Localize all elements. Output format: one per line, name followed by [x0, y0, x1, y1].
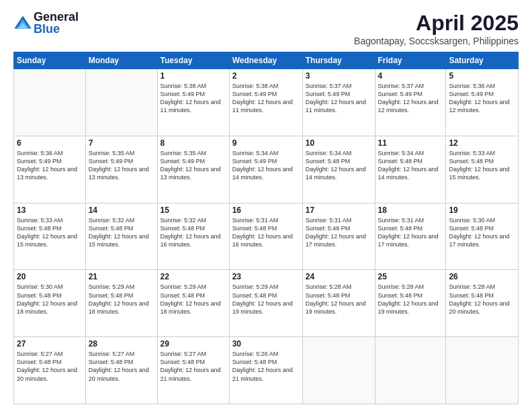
calendar-cell: 22Sunrise: 5:29 AM Sunset: 5:48 PM Dayli… — [157, 270, 229, 337]
day-info: Sunrise: 5:38 AM Sunset: 5:49 PM Dayligh… — [232, 82, 300, 115]
col-thursday: Thursday — [302, 52, 375, 69]
location-subtitle: Bagontapay, Soccsksargen, Philippines — [354, 36, 519, 46]
calendar-cell — [14, 69, 86, 136]
calendar-header: Sunday Monday Tuesday Wednesday Thursday… — [14, 52, 519, 69]
title-section: April 2025 Bagontapay, Soccsksargen, Phi… — [354, 11, 519, 46]
day-info: Sunrise: 5:35 AM Sunset: 5:49 PM Dayligh… — [161, 149, 226, 182]
day-number: 23 — [232, 272, 300, 281]
calendar-cell: 18Sunrise: 5:31 AM Sunset: 5:48 PM Dayli… — [375, 203, 446, 270]
day-number: 11 — [378, 138, 443, 148]
day-number: 8 — [161, 138, 226, 148]
logo-general: General — [34, 11, 79, 23]
day-number: 26 — [449, 272, 515, 281]
day-number: 13 — [17, 205, 83, 215]
calendar-table: Sunday Monday Tuesday Wednesday Thursday… — [13, 52, 519, 404]
month-title: April 2025 — [354, 11, 519, 36]
day-number: 7 — [89, 138, 154, 148]
calendar-cell: 29Sunrise: 5:27 AM Sunset: 5:48 PM Dayli… — [157, 337, 229, 404]
day-info: Sunrise: 5:35 AM Sunset: 5:49 PM Dayligh… — [89, 149, 154, 182]
calendar-cell: 9Sunrise: 5:34 AM Sunset: 5:49 PM Daylig… — [229, 136, 302, 203]
calendar-cell: 1Sunrise: 5:38 AM Sunset: 5:49 PM Daylig… — [157, 69, 229, 136]
day-info: Sunrise: 5:29 AM Sunset: 5:48 PM Dayligh… — [89, 283, 154, 316]
day-info: Sunrise: 5:29 AM Sunset: 5:48 PM Dayligh… — [232, 283, 300, 316]
calendar-cell: 26Sunrise: 5:28 AM Sunset: 5:48 PM Dayli… — [446, 270, 519, 337]
calendar-cell: 25Sunrise: 5:28 AM Sunset: 5:48 PM Dayli… — [375, 270, 446, 337]
calendar-cell: 20Sunrise: 5:30 AM Sunset: 5:48 PM Dayli… — [14, 270, 86, 337]
col-wednesday: Wednesday — [229, 52, 302, 69]
col-saturday: Saturday — [446, 52, 519, 69]
day-info: Sunrise: 5:30 AM Sunset: 5:48 PM Dayligh… — [17, 283, 83, 316]
day-number: 3 — [306, 71, 372, 81]
day-info: Sunrise: 5:28 AM Sunset: 5:48 PM Dayligh… — [306, 283, 372, 316]
day-number: 16 — [232, 205, 300, 215]
day-info: Sunrise: 5:31 AM Sunset: 5:48 PM Dayligh… — [306, 216, 372, 249]
calendar-cell: 15Sunrise: 5:32 AM Sunset: 5:48 PM Dayli… — [157, 203, 229, 270]
calendar-cell: 14Sunrise: 5:32 AM Sunset: 5:48 PM Dayli… — [85, 203, 157, 270]
col-sunday: Sunday — [14, 52, 86, 69]
calendar-cell: 2Sunrise: 5:38 AM Sunset: 5:49 PM Daylig… — [229, 69, 302, 136]
calendar-cell — [446, 337, 519, 404]
day-info: Sunrise: 5:30 AM Sunset: 5:48 PM Dayligh… — [449, 216, 515, 249]
calendar-cell: 30Sunrise: 5:26 AM Sunset: 5:48 PM Dayli… — [229, 337, 302, 404]
day-number: 20 — [17, 272, 83, 281]
calendar-cell: 23Sunrise: 5:29 AM Sunset: 5:48 PM Dayli… — [229, 270, 302, 337]
day-info: Sunrise: 5:28 AM Sunset: 5:48 PM Dayligh… — [449, 283, 515, 316]
calendar-cell: 24Sunrise: 5:28 AM Sunset: 5:48 PM Dayli… — [302, 270, 375, 337]
day-info: Sunrise: 5:32 AM Sunset: 5:48 PM Dayligh… — [161, 216, 226, 249]
day-info: Sunrise: 5:34 AM Sunset: 5:48 PM Dayligh… — [378, 149, 443, 182]
calendar-cell: 10Sunrise: 5:34 AM Sunset: 5:48 PM Dayli… — [302, 136, 375, 203]
day-number: 4 — [378, 71, 443, 81]
day-number: 21 — [89, 272, 154, 281]
day-number: 12 — [449, 138, 515, 148]
day-info: Sunrise: 5:37 AM Sunset: 5:49 PM Dayligh… — [378, 82, 443, 115]
header-row: Sunday Monday Tuesday Wednesday Thursday… — [14, 52, 519, 69]
day-number: 22 — [161, 272, 226, 281]
page: General Blue April 2025 Bagontapay, Socc… — [0, 0, 532, 411]
logo: General Blue — [13, 11, 79, 35]
day-number: 24 — [306, 272, 372, 281]
day-info: Sunrise: 5:38 AM Sunset: 5:49 PM Dayligh… — [161, 82, 226, 115]
calendar-cell — [85, 69, 157, 136]
day-info: Sunrise: 5:33 AM Sunset: 5:48 PM Dayligh… — [449, 149, 515, 182]
calendar-cell: 5Sunrise: 5:36 AM Sunset: 5:49 PM Daylig… — [446, 69, 519, 136]
calendar-cell: 27Sunrise: 5:27 AM Sunset: 5:48 PM Dayli… — [14, 337, 86, 404]
day-info: Sunrise: 5:28 AM Sunset: 5:48 PM Dayligh… — [378, 283, 443, 316]
day-info: Sunrise: 5:33 AM Sunset: 5:48 PM Dayligh… — [17, 216, 83, 249]
calendar-week-1: 1Sunrise: 5:38 AM Sunset: 5:49 PM Daylig… — [14, 69, 519, 136]
calendar-body: 1Sunrise: 5:38 AM Sunset: 5:49 PM Daylig… — [14, 69, 519, 404]
day-number: 14 — [89, 205, 154, 215]
logo-blue: Blue — [34, 23, 79, 35]
day-number: 19 — [449, 205, 515, 215]
calendar-cell: 6Sunrise: 5:36 AM Sunset: 5:49 PM Daylig… — [14, 136, 86, 203]
day-number: 2 — [232, 71, 300, 81]
calendar-cell: 8Sunrise: 5:35 AM Sunset: 5:49 PM Daylig… — [157, 136, 229, 203]
header: General Blue April 2025 Bagontapay, Socc… — [13, 11, 519, 46]
day-info: Sunrise: 5:36 AM Sunset: 5:49 PM Dayligh… — [449, 82, 515, 115]
day-number: 10 — [306, 138, 372, 148]
day-number: 1 — [161, 71, 226, 81]
day-info: Sunrise: 5:26 AM Sunset: 5:48 PM Dayligh… — [232, 350, 300, 383]
calendar-cell: 28Sunrise: 5:27 AM Sunset: 5:48 PM Dayli… — [85, 337, 157, 404]
day-number: 27 — [17, 339, 83, 349]
calendar-week-5: 27Sunrise: 5:27 AM Sunset: 5:48 PM Dayli… — [14, 337, 519, 404]
col-friday: Friday — [375, 52, 446, 69]
day-info: Sunrise: 5:27 AM Sunset: 5:48 PM Dayligh… — [161, 350, 226, 383]
calendar-cell: 17Sunrise: 5:31 AM Sunset: 5:48 PM Dayli… — [302, 203, 375, 270]
day-number: 28 — [89, 339, 154, 349]
logo-text: General Blue — [34, 11, 79, 35]
day-info: Sunrise: 5:29 AM Sunset: 5:48 PM Dayligh… — [161, 283, 226, 316]
day-number: 17 — [306, 205, 372, 215]
col-monday: Monday — [85, 52, 157, 69]
day-info: Sunrise: 5:31 AM Sunset: 5:48 PM Dayligh… — [232, 216, 300, 249]
calendar-cell: 12Sunrise: 5:33 AM Sunset: 5:48 PM Dayli… — [446, 136, 519, 203]
col-tuesday: Tuesday — [157, 52, 229, 69]
day-number: 25 — [378, 272, 443, 281]
day-number: 15 — [161, 205, 226, 215]
day-number: 9 — [232, 138, 300, 148]
calendar-cell — [375, 337, 446, 404]
calendar-week-3: 13Sunrise: 5:33 AM Sunset: 5:48 PM Dayli… — [14, 203, 519, 270]
calendar-cell: 4Sunrise: 5:37 AM Sunset: 5:49 PM Daylig… — [375, 69, 446, 136]
day-info: Sunrise: 5:34 AM Sunset: 5:48 PM Dayligh… — [306, 149, 372, 182]
day-info: Sunrise: 5:27 AM Sunset: 5:48 PM Dayligh… — [89, 350, 154, 383]
logo-icon — [13, 13, 32, 32]
